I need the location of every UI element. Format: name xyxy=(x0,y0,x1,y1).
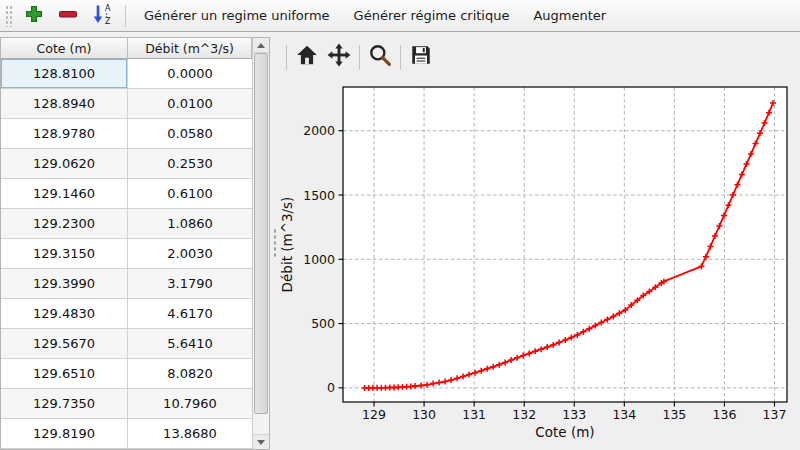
axes-background xyxy=(343,87,787,402)
cell-cote[interactable]: 129.2300 xyxy=(1,209,128,239)
svg-text:2000: 2000 xyxy=(303,123,335,138)
x-axis-label: Cote (m) xyxy=(535,424,594,440)
table-body: 128.81000.0000128.89400.0100128.97800.05… xyxy=(1,59,252,449)
cell-debit[interactable]: 8.0820 xyxy=(128,359,252,389)
svg-text:500: 500 xyxy=(311,316,335,331)
plot-toolbar xyxy=(282,41,437,73)
rating-curve-chart[interactable]: 1291301311321331341351361370500100015002… xyxy=(280,77,800,450)
plus-icon xyxy=(24,4,44,28)
y-tick-labels: 0500100015002000 xyxy=(303,123,343,395)
arrow-down-icon xyxy=(257,440,265,445)
cell-cote[interactable]: 128.8100 xyxy=(1,59,128,89)
cell-cote[interactable]: 129.5670 xyxy=(1,329,128,359)
scroll-down-button[interactable] xyxy=(253,434,269,449)
table-row: 128.81000.0000 xyxy=(1,59,252,89)
cell-cote[interactable]: 129.3150 xyxy=(1,239,128,269)
table-row: 128.97800.0580 xyxy=(1,119,252,149)
generate-uniform-regime-button[interactable]: Générer un regime uniforme xyxy=(133,3,341,28)
scrollbar-thumb[interactable] xyxy=(254,53,268,414)
cell-cote[interactable]: 128.9780 xyxy=(1,119,128,149)
main-toolbar: A Z Générer un regime uniforme Générer r… xyxy=(0,0,800,32)
table-row: 129.14600.6100 xyxy=(1,179,252,209)
save-floppy-icon xyxy=(409,43,433,71)
svg-text:133: 133 xyxy=(562,407,586,422)
cell-cote[interactable]: 129.7350 xyxy=(1,389,128,419)
plot-toolbar-separator xyxy=(286,45,287,70)
plot-panel: 1291301311321331341351361370500100015002… xyxy=(280,32,800,450)
cell-debit[interactable]: 0.6100 xyxy=(128,179,252,209)
table-row: 129.819013.8680 xyxy=(1,419,252,449)
table-row: 129.23001.0860 xyxy=(1,209,252,239)
cell-debit[interactable]: 4.6170 xyxy=(128,299,252,329)
cell-debit[interactable]: 10.7960 xyxy=(128,389,252,419)
app-window: A Z Générer un regime uniforme Générer r… xyxy=(0,0,800,450)
generate-critical-regime-button[interactable]: Générer régime critique xyxy=(343,3,521,28)
sort-rows-button[interactable]: A Z xyxy=(86,2,118,29)
plot-toolbar-separator xyxy=(359,45,360,70)
augment-button[interactable]: Augmenter xyxy=(522,3,617,28)
table-row: 129.65108.0820 xyxy=(1,359,252,389)
cell-cote[interactable]: 129.6510 xyxy=(1,359,128,389)
svg-text:1500: 1500 xyxy=(303,188,335,203)
pan-arrows-icon xyxy=(327,43,351,71)
svg-text:1000: 1000 xyxy=(303,252,335,267)
save-button[interactable] xyxy=(405,42,437,72)
sort-az-icon: A Z xyxy=(91,3,113,29)
rating-curve-table: Cote (m) Débit (m^3/s) 128.81000.0000128… xyxy=(0,37,270,450)
svg-text:0: 0 xyxy=(327,380,335,395)
cell-debit[interactable]: 0.0000 xyxy=(128,59,252,89)
table-row: 129.06200.2530 xyxy=(1,149,252,179)
home-button[interactable] xyxy=(291,42,323,72)
toolbar-separator xyxy=(125,5,126,27)
toolbar-drag-handle[interactable] xyxy=(5,5,12,27)
minus-icon xyxy=(57,4,79,28)
add-row-button[interactable] xyxy=(18,2,50,29)
cell-debit[interactable]: 2.0030 xyxy=(128,239,252,269)
cell-debit[interactable]: 1.0860 xyxy=(128,209,252,239)
remove-row-button[interactable] xyxy=(52,2,84,29)
scroll-up-button[interactable] xyxy=(253,38,269,53)
home-icon xyxy=(295,43,319,71)
cell-cote[interactable]: 129.3990 xyxy=(1,269,128,299)
svg-text:130: 130 xyxy=(412,407,436,422)
svg-text:Z: Z xyxy=(105,17,111,25)
splitter-handle-icon xyxy=(273,228,277,258)
cell-cote[interactable]: 129.0620 xyxy=(1,149,128,179)
cell-debit[interactable]: 0.2530 xyxy=(128,149,252,179)
table-row: 129.48304.6170 xyxy=(1,299,252,329)
table-header: Cote (m) Débit (m^3/s) xyxy=(1,38,269,59)
table-row: 128.89400.0100 xyxy=(1,89,252,119)
table-row: 129.735010.7960 xyxy=(1,389,252,419)
svg-text:129: 129 xyxy=(362,407,386,422)
zoom-magnifier-icon xyxy=(368,43,392,71)
arrow-up-icon xyxy=(257,43,265,48)
cell-debit[interactable]: 13.8680 xyxy=(128,419,252,449)
cell-debit[interactable]: 3.1790 xyxy=(128,269,252,299)
svg-text:131: 131 xyxy=(462,407,486,422)
table-row: 129.39903.1790 xyxy=(1,269,252,299)
cell-cote[interactable]: 129.4830 xyxy=(1,299,128,329)
zoom-button[interactable] xyxy=(364,42,396,72)
cell-cote[interactable]: 129.1460 xyxy=(1,179,128,209)
table-row: 129.56705.6410 xyxy=(1,329,252,359)
table-row: 129.31502.0030 xyxy=(1,239,252,269)
svg-text:136: 136 xyxy=(712,407,736,422)
y-axis-label: Débit (m^3/s) xyxy=(280,197,295,293)
cell-debit[interactable]: 5.6410 xyxy=(128,329,252,359)
x-tick-labels: 129130131132133134135136137 xyxy=(362,402,786,422)
svg-text:A: A xyxy=(105,4,111,13)
svg-text:135: 135 xyxy=(662,407,686,422)
cell-debit[interactable]: 0.0580 xyxy=(128,119,252,149)
cell-cote[interactable]: 129.8190 xyxy=(1,419,128,449)
pan-button[interactable] xyxy=(323,42,355,72)
cell-debit[interactable]: 0.0100 xyxy=(128,89,252,119)
panel-splitter[interactable] xyxy=(270,32,280,450)
column-header-cote[interactable]: Cote (m) xyxy=(1,38,128,58)
svg-text:132: 132 xyxy=(512,407,536,422)
svg-text:137: 137 xyxy=(763,407,787,422)
table-scrollbar[interactable] xyxy=(252,38,269,449)
plot-toolbar-separator xyxy=(400,45,401,70)
cell-cote[interactable]: 128.8940 xyxy=(1,89,128,119)
svg-text:134: 134 xyxy=(612,407,636,422)
column-header-debit[interactable]: Débit (m^3/s) xyxy=(128,38,252,58)
